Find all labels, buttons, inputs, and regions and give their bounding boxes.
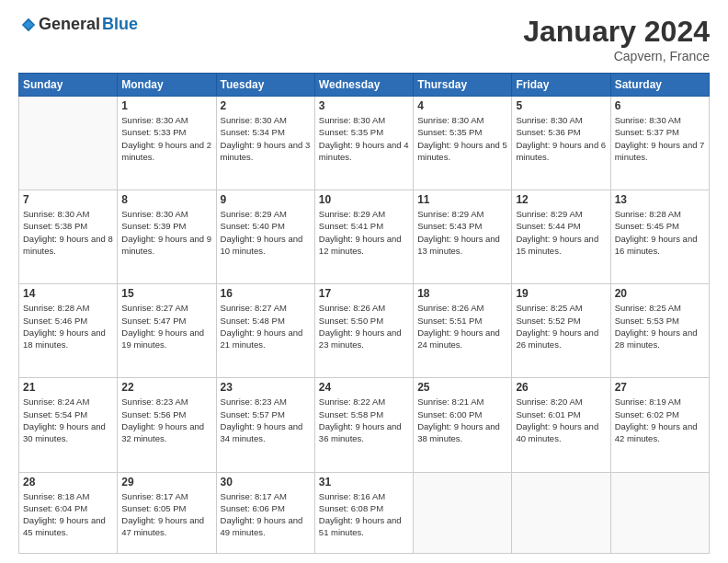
calendar-cell: 25Sunrise: 8:21 AMSunset: 6:00 PMDayligh… <box>414 378 512 472</box>
day-number: 1 <box>121 99 211 112</box>
calendar-header-saturday: Saturday <box>610 74 709 97</box>
calendar-cell: 28Sunrise: 8:18 AMSunset: 6:04 PMDayligh… <box>19 472 118 553</box>
calendar-cell: 3Sunrise: 8:30 AMSunset: 5:35 PMDaylight… <box>314 97 413 190</box>
day-number: 15 <box>121 287 211 300</box>
calendar-header-wednesday: Wednesday <box>314 74 413 97</box>
calendar-cell: 27Sunrise: 8:19 AMSunset: 6:02 PMDayligh… <box>610 378 709 472</box>
calendar-cell: 17Sunrise: 8:26 AMSunset: 5:50 PMDayligh… <box>314 284 413 378</box>
logo-text-blue: Blue <box>102 15 138 34</box>
day-info: Sunrise: 8:21 AMSunset: 6:00 PMDaylight:… <box>417 396 507 444</box>
calendar-cell: 16Sunrise: 8:27 AMSunset: 5:48 PMDayligh… <box>216 284 314 378</box>
calendar-week-row: 21Sunrise: 8:24 AMSunset: 5:54 PMDayligh… <box>19 378 710 472</box>
calendar-cell: 10Sunrise: 8:29 AMSunset: 5:41 PMDayligh… <box>314 190 413 284</box>
day-number: 3 <box>319 99 409 112</box>
calendar-cell: 21Sunrise: 8:24 AMSunset: 5:54 PMDayligh… <box>19 378 118 472</box>
day-number: 7 <box>23 193 113 206</box>
day-info: Sunrise: 8:17 AMSunset: 6:06 PMDaylight:… <box>221 490 311 539</box>
day-number: 19 <box>516 287 606 300</box>
day-info: Sunrise: 8:26 AMSunset: 5:50 PMDaylight:… <box>319 302 409 350</box>
calendar-header-sunday: Sunday <box>19 74 118 97</box>
calendar-header-thursday: Thursday <box>414 74 512 97</box>
day-info: Sunrise: 8:30 AMSunset: 5:37 PMDaylight:… <box>615 114 705 163</box>
day-info: Sunrise: 8:30 AMSunset: 5:35 PMDaylight:… <box>417 114 507 163</box>
calendar-cell: 4Sunrise: 8:30 AMSunset: 5:35 PMDaylight… <box>414 97 512 190</box>
calendar-week-row: 14Sunrise: 8:28 AMSunset: 5:46 PMDayligh… <box>19 284 710 378</box>
calendar-cell: 2Sunrise: 8:30 AMSunset: 5:34 PMDaylight… <box>216 97 314 190</box>
day-number: 25 <box>417 381 507 394</box>
day-info: Sunrise: 8:23 AMSunset: 5:56 PMDaylight:… <box>121 396 211 444</box>
day-number: 17 <box>319 287 409 300</box>
calendar-cell: 5Sunrise: 8:30 AMSunset: 5:36 PMDaylight… <box>512 97 610 190</box>
day-number: 27 <box>615 381 705 394</box>
calendar-week-row: 7Sunrise: 8:30 AMSunset: 5:38 PMDaylight… <box>19 190 710 284</box>
calendar-cell: 23Sunrise: 8:23 AMSunset: 5:57 PMDayligh… <box>216 378 314 472</box>
day-info: Sunrise: 8:30 AMSunset: 5:33 PMDaylight:… <box>121 114 211 163</box>
day-number: 13 <box>615 193 705 206</box>
day-number: 4 <box>417 99 507 112</box>
day-number: 29 <box>121 476 211 488</box>
calendar-cell: 19Sunrise: 8:25 AMSunset: 5:52 PMDayligh… <box>512 284 610 378</box>
day-number: 20 <box>615 287 705 300</box>
calendar-cell: 22Sunrise: 8:23 AMSunset: 5:56 PMDayligh… <box>118 378 216 472</box>
calendar-header-monday: Monday <box>118 74 216 97</box>
day-info: Sunrise: 8:30 AMSunset: 5:34 PMDaylight:… <box>221 114 311 163</box>
day-info: Sunrise: 8:23 AMSunset: 5:57 PMDaylight:… <box>221 396 311 444</box>
day-info: Sunrise: 8:24 AMSunset: 5:54 PMDaylight:… <box>23 396 113 444</box>
day-number: 31 <box>319 476 409 488</box>
day-info: Sunrise: 8:16 AMSunset: 6:08 PMDaylight:… <box>319 490 409 539</box>
day-info: Sunrise: 8:30 AMSunset: 5:36 PMDaylight:… <box>516 114 606 163</box>
calendar-header-friday: Friday <box>512 74 610 97</box>
day-info: Sunrise: 8:27 AMSunset: 5:47 PMDaylight:… <box>121 302 211 350</box>
page: GeneralBlue January 2024 Capvern, France… <box>0 0 728 563</box>
day-info: Sunrise: 8:26 AMSunset: 5:51 PMDaylight:… <box>417 302 507 350</box>
day-info: Sunrise: 8:30 AMSunset: 5:39 PMDaylight:… <box>121 208 211 257</box>
day-info: Sunrise: 8:22 AMSunset: 5:58 PMDaylight:… <box>319 396 409 444</box>
day-number: 5 <box>516 99 606 112</box>
calendar-cell <box>512 472 610 553</box>
day-info: Sunrise: 8:29 AMSunset: 5:43 PMDaylight:… <box>417 208 507 257</box>
day-info: Sunrise: 8:28 AMSunset: 5:45 PMDaylight:… <box>615 208 705 257</box>
day-number: 14 <box>23 287 113 300</box>
calendar-cell <box>19 97 118 190</box>
header: GeneralBlue January 2024 Capvern, France <box>18 15 710 63</box>
day-info: Sunrise: 8:17 AMSunset: 6:05 PMDaylight:… <box>121 490 211 539</box>
day-info: Sunrise: 8:27 AMSunset: 5:48 PMDaylight:… <box>221 302 311 350</box>
day-info: Sunrise: 8:20 AMSunset: 6:01 PMDaylight:… <box>516 396 606 444</box>
calendar-cell: 29Sunrise: 8:17 AMSunset: 6:05 PMDayligh… <box>118 472 216 553</box>
calendar-cell <box>610 472 709 553</box>
day-info: Sunrise: 8:25 AMSunset: 5:52 PMDaylight:… <box>516 302 606 350</box>
calendar-cell: 14Sunrise: 8:28 AMSunset: 5:46 PMDayligh… <box>19 284 118 378</box>
day-number: 16 <box>221 287 311 300</box>
calendar-cell <box>414 472 512 553</box>
day-number: 12 <box>516 193 606 206</box>
calendar-week-row: 28Sunrise: 8:18 AMSunset: 6:04 PMDayligh… <box>19 472 710 553</box>
calendar-cell: 24Sunrise: 8:22 AMSunset: 5:58 PMDayligh… <box>314 378 413 472</box>
calendar-cell: 11Sunrise: 8:29 AMSunset: 5:43 PMDayligh… <box>414 190 512 284</box>
day-info: Sunrise: 8:19 AMSunset: 6:02 PMDaylight:… <box>615 396 705 444</box>
day-info: Sunrise: 8:29 AMSunset: 5:40 PMDaylight:… <box>221 208 311 257</box>
day-info: Sunrise: 8:30 AMSunset: 5:35 PMDaylight:… <box>319 114 409 163</box>
day-info: Sunrise: 8:29 AMSunset: 5:41 PMDaylight:… <box>319 208 409 257</box>
calendar-cell: 9Sunrise: 8:29 AMSunset: 5:40 PMDaylight… <box>216 190 314 284</box>
day-number: 24 <box>319 381 409 394</box>
calendar-cell: 31Sunrise: 8:16 AMSunset: 6:08 PMDayligh… <box>314 472 413 553</box>
day-number: 11 <box>417 193 507 206</box>
day-number: 8 <box>121 193 211 206</box>
calendar-cell: 1Sunrise: 8:30 AMSunset: 5:33 PMDaylight… <box>118 97 216 190</box>
day-number: 28 <box>23 476 113 488</box>
day-info: Sunrise: 8:18 AMSunset: 6:04 PMDaylight:… <box>23 490 113 539</box>
day-number: 21 <box>23 381 113 394</box>
calendar-cell: 20Sunrise: 8:25 AMSunset: 5:53 PMDayligh… <box>610 284 709 378</box>
day-number: 10 <box>319 193 409 206</box>
day-info: Sunrise: 8:30 AMSunset: 5:38 PMDaylight:… <box>23 208 113 257</box>
day-number: 23 <box>221 381 311 394</box>
calendar-cell: 8Sunrise: 8:30 AMSunset: 5:39 PMDaylight… <box>118 190 216 284</box>
logo: GeneralBlue <box>18 15 138 34</box>
month-title: January 2024 <box>523 15 710 49</box>
logo-icon <box>20 17 37 33</box>
calendar-cell: 6Sunrise: 8:30 AMSunset: 5:37 PMDaylight… <box>610 97 709 190</box>
calendar-header-row: SundayMondayTuesdayWednesdayThursdayFrid… <box>19 74 710 97</box>
day-info: Sunrise: 8:28 AMSunset: 5:46 PMDaylight:… <box>23 302 113 350</box>
calendar-cell: 7Sunrise: 8:30 AMSunset: 5:38 PMDaylight… <box>19 190 118 284</box>
location: Capvern, France <box>523 49 710 63</box>
